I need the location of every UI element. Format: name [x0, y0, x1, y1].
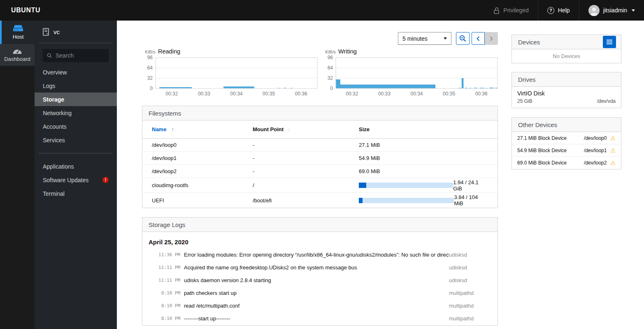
log-row[interactable]: 8:10 PM path checkers start up multipath…: [142, 287, 498, 299]
time-range-select[interactable]: 5 minutes: [398, 32, 451, 45]
sidebar-item-storage[interactable]: Storage: [35, 93, 117, 106]
table-row-loop1[interactable]: /dev/loop1 - 54.9 MiB: [142, 152, 498, 165]
svg-text:32: 32: [147, 75, 153, 81]
svg-text:64: 64: [147, 65, 153, 71]
sidebar-item-logs[interactable]: Logs: [35, 79, 117, 93]
fs-size: 54.9 MiB: [359, 155, 498, 161]
filesystems-table-header: Name↑ Mount Point↕ Size: [142, 120, 498, 139]
user-menu[interactable]: jitsiadmin: [579, 0, 644, 21]
drive-name: VirtIO Disk: [517, 90, 616, 97]
sort-ascending-icon: ↑: [171, 126, 174, 132]
log-message: Acquired the name org.freedesktop.UDisks…: [180, 264, 449, 271]
reading-chart: KiB/s Reading 032649600:3200:3300:3400:3…: [142, 48, 318, 97]
fs-name: /dev/loop0: [152, 142, 253, 148]
usage-bar-fill: [359, 183, 366, 188]
storage-logs-title: Storage Logs: [149, 221, 185, 228]
scroll-back-button[interactable]: [472, 32, 485, 45]
drive-path: /dev/vda: [597, 98, 616, 104]
filesystems-panel-header: Filesystems: [142, 106, 498, 120]
sidebar-item-networking[interactable]: Networking: [35, 106, 117, 120]
host-switcher[interactable]: vc: [39, 21, 113, 43]
avatar: [588, 5, 600, 16]
create-device-menu-button[interactable]: [603, 36, 616, 48]
username-label: jitsiadmin: [603, 7, 627, 14]
log-service: udisksd: [449, 264, 498, 271]
svg-text:00:33: 00:33: [198, 91, 210, 97]
drives-title: Drives: [518, 76, 536, 83]
log-row[interactable]: 11:11 PM udisks daemon version 2.8.4 sta…: [142, 274, 498, 287]
column-header-mount-point[interactable]: Mount Point↕: [253, 126, 359, 132]
menu-label: Applications: [43, 163, 74, 170]
svg-text:0: 0: [330, 86, 333, 91]
other-device-row-loop0[interactable]: 27.1 MiB Block Device /dev/loop0 ⚠: [512, 132, 621, 144]
log-time: 11:11 PM: [142, 278, 180, 283]
svg-text:0: 0: [150, 86, 153, 91]
log-row[interactable]: 11:36 PM Error loading modules: Error op…: [142, 248, 498, 261]
fs-name: /dev/loop2: [152, 168, 253, 174]
scroll-forward-button[interactable]: [485, 32, 498, 45]
fs-name: /dev/loop1: [152, 155, 253, 161]
brand-logo: UBUNTU: [11, 7, 40, 14]
devices-panel-header: Devices: [512, 35, 621, 49]
menu-label: Storage: [43, 96, 64, 103]
device-right: /dev/loop1 ⚠: [584, 148, 616, 153]
device-path: /dev/loop0: [584, 135, 607, 141]
table-row-loop0[interactable]: /dev/loop0 - 27.1 MiB: [142, 139, 498, 152]
zoom-out-button[interactable]: [456, 32, 470, 45]
log-row[interactable]: 8:10 PM read /etc/multipath.conf multipa…: [142, 299, 498, 312]
fs-mount: -: [253, 142, 359, 148]
dashboard-icon: [12, 48, 22, 54]
graph-toolbar: 5 minutes: [398, 32, 498, 45]
fs-name: cloudimg-rootfs: [152, 182, 253, 188]
table-row-rootfs[interactable]: cloudimg-rootfs / 1.94 / 24.1 GiB: [142, 178, 498, 193]
privileged-indicator[interactable]: Privileged: [484, 0, 537, 21]
reading-title: Reading: [158, 48, 180, 55]
devices-panel: Devices No Devices: [511, 35, 621, 63]
log-message: --------start up--------: [180, 315, 449, 322]
log-message: udisks daemon version 2.8.4 starting: [180, 277, 449, 283]
other-device-row-loop2[interactable]: 69.0 MiB Block Device /dev/loop2 ⚠: [512, 157, 621, 169]
sort-both-icon: ↕: [288, 126, 291, 132]
chevron-right-icon: [489, 36, 493, 42]
svg-text:00:33: 00:33: [378, 91, 391, 97]
column-header-name[interactable]: Name↑: [152, 126, 253, 132]
hostname-label: vc: [53, 28, 60, 35]
menu-label: Networking: [43, 110, 72, 116]
other-device-row-loop1[interactable]: 54.9 MiB Block Device /dev/loop1 ⚠: [512, 144, 621, 157]
log-message: read /etc/multipath.conf: [180, 303, 449, 309]
device-name: 54.9 MiB Block Device: [517, 148, 567, 153]
device-name: 27.1 MiB Block Device: [517, 135, 567, 141]
sidebar-item-software-updates[interactable]: Software Updates !: [35, 173, 117, 187]
sidebar-item-terminal[interactable]: Terminal: [35, 187, 117, 200]
writing-title: Writing: [338, 48, 357, 55]
rail-host-label: Host: [13, 34, 24, 40]
time-range-value: 5 minutes: [402, 35, 428, 42]
search-input[interactable]: [56, 52, 105, 59]
sidebar-item-overview[interactable]: Overview: [35, 65, 117, 79]
log-service: udisksd: [449, 252, 498, 258]
table-row-uefi[interactable]: UEFI /boot/efi 3.84 / 104 MiB: [142, 193, 498, 208]
column-header-size[interactable]: Size: [359, 126, 498, 132]
usage-label: 3.84 / 104 MiB: [454, 194, 488, 206]
help-menu[interactable]: ? Help: [538, 0, 579, 21]
caret-down-icon: [444, 37, 447, 39]
drive-size: 25 GiB: [517, 98, 532, 104]
fs-name: UEFI: [152, 197, 253, 204]
help-icon: ?: [547, 7, 554, 14]
warning-triangle-icon: ⚠: [610, 160, 616, 166]
rail-item-host[interactable]: Host: [0, 21, 35, 44]
sidebar-item-applications[interactable]: Applications: [35, 160, 117, 173]
sidebar-item-services[interactable]: Services: [35, 133, 117, 147]
log-row[interactable]: 11:11 PM Acquired the name org.freedeskt…: [142, 261, 498, 274]
rail-item-dashboard[interactable]: Dashboard: [0, 44, 35, 66]
log-message: Error loading modules: Error opening dir…: [180, 252, 449, 258]
fs-mount: /boot/efi: [253, 197, 359, 204]
menu-divider: [39, 153, 113, 153]
log-service: multipathd: [449, 315, 498, 322]
usage-bar: [359, 183, 453, 188]
drive-row-virtio[interactable]: VirtIO Disk 25 GiB /dev/vda: [512, 87, 621, 108]
table-row-loop2[interactable]: /dev/loop2 - 69.0 MiB: [142, 165, 498, 178]
fs-size-cell: 1.94 / 24.1 GiB: [359, 179, 498, 192]
log-row[interactable]: 8:10 PM --------start up-------- multipa…: [142, 312, 498, 325]
sidebar-item-accounts[interactable]: Accounts: [35, 120, 117, 133]
